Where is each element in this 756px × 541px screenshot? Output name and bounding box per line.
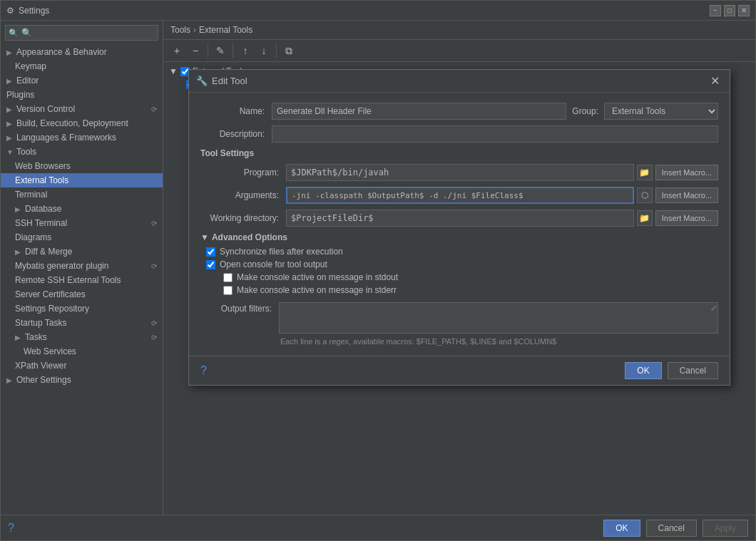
arguments-row: Arguments: ⬡ Insert Macro... bbox=[200, 187, 718, 204]
help-button[interactable]: ? bbox=[8, 522, 14, 535]
dialog-title-bar: 🔧 Edit Tool ✕ bbox=[189, 70, 730, 93]
arguments-insert-macro-button[interactable]: Insert Macro... bbox=[655, 187, 718, 203]
description-label: Description: bbox=[200, 129, 272, 139]
sidebar-item-diff-merge[interactable]: ▶ Diff & Merge bbox=[1, 244, 163, 259]
description-input[interactable] bbox=[272, 125, 718, 143]
sidebar-item-xpath-viewer[interactable]: XPath Viewer bbox=[1, 359, 163, 373]
sidebar-item-appearance[interactable]: ▶ Appearance & Behavior bbox=[1, 45, 163, 59]
sync-files-row: Synchronize files after execution bbox=[200, 247, 718, 257]
dialog-ok-button[interactable]: OK bbox=[625, 362, 661, 379]
name-label: Name: bbox=[200, 106, 272, 116]
sync-icon: ⟳ bbox=[151, 334, 157, 341]
make-active-stderr-row: Make console active on message in stderr bbox=[200, 285, 718, 295]
arrow-icon: ▼ bbox=[6, 148, 14, 156]
arrow-icon: ▶ bbox=[6, 376, 14, 384]
sync-icon: ⟳ bbox=[151, 220, 157, 227]
expand-arrow: ▼ bbox=[169, 66, 178, 76]
program-folder-button[interactable]: 📁 bbox=[637, 165, 653, 180]
output-filters-input[interactable] bbox=[279, 302, 718, 334]
make-active-stdout-checkbox[interactable] bbox=[223, 273, 233, 282]
sidebar-item-web-services[interactable]: Web Services bbox=[1, 344, 163, 359]
sidebar-item-mybatis[interactable]: Mybatis generator plugin ⟳ bbox=[1, 259, 163, 273]
window-icon: ⚙ bbox=[6, 6, 14, 16]
toolbar: + − ✎ ↑ ↓ ⧉ bbox=[163, 40, 755, 62]
sidebar-item-other-settings[interactable]: ▶ Other Settings bbox=[1, 373, 163, 387]
sync-icon: ⟳ bbox=[151, 105, 157, 113]
sidebar-item-keymap[interactable]: Keymap bbox=[1, 59, 163, 73]
sync-files-checkbox[interactable] bbox=[206, 247, 215, 257]
sidebar-item-ssh-terminal[interactable]: SSH Terminal ⟳ bbox=[1, 216, 163, 230]
search-input[interactable] bbox=[5, 25, 158, 41]
sidebar-item-external-tools[interactable]: External Tools bbox=[1, 173, 163, 187]
sidebar-item-diagrams[interactable]: Diagrams bbox=[1, 230, 163, 244]
edit-button[interactable]: ✎ bbox=[213, 43, 228, 58]
dialog-cancel-button[interactable]: Cancel bbox=[668, 362, 718, 379]
copy-button[interactable]: ⧉ bbox=[281, 43, 297, 58]
sidebar-item-plugins[interactable]: Plugins bbox=[1, 88, 163, 102]
open-console-checkbox[interactable] bbox=[206, 260, 215, 269]
search-box[interactable]: 🔍 bbox=[5, 25, 158, 41]
minimize-button[interactable]: − bbox=[710, 5, 721, 16]
sidebar-item-tools[interactable]: ▼ Tools bbox=[1, 145, 163, 159]
move-up-button[interactable]: ↑ bbox=[237, 43, 253, 58]
output-filters-expand-button[interactable]: ⤢ bbox=[710, 304, 717, 313]
make-active-stderr-label: Make console active on message in stderr bbox=[237, 285, 397, 295]
main-ok-button[interactable]: OK bbox=[603, 520, 640, 537]
sidebar-item-tasks[interactable]: ▶ Tasks ⟳ bbox=[1, 330, 163, 344]
group-label: Group: bbox=[572, 106, 598, 116]
working-dir-input[interactable] bbox=[286, 210, 634, 227]
arguments-input[interactable] bbox=[286, 187, 634, 204]
dialog-icon: 🔧 bbox=[196, 76, 208, 86]
arguments-input-wrap: ⬡ Insert Macro... bbox=[286, 187, 718, 204]
sidebar-item-terminal[interactable]: Terminal bbox=[1, 187, 163, 202]
make-active-stdout-label: Make console active on message in stdout bbox=[237, 272, 398, 282]
sidebar-item-remote-ssh[interactable]: Remote SSH External Tools bbox=[1, 273, 163, 287]
sidebar-item-languages[interactable]: ▶ Languages & Frameworks bbox=[1, 130, 163, 145]
sidebar-item-version-control[interactable]: ▶ Version Control ⟳ bbox=[1, 102, 163, 116]
search-icon: 🔍 bbox=[9, 29, 19, 38]
toolbar-separator bbox=[276, 43, 277, 58]
title-bar: ⚙ Settings − □ ✕ bbox=[1, 1, 755, 21]
working-dir-folder-button[interactable]: 📁 bbox=[637, 210, 653, 226]
working-dir-input-wrap: 📁 Insert Macro... bbox=[286, 210, 718, 227]
program-insert-macro-button[interactable]: Insert Macro... bbox=[655, 165, 718, 180]
sidebar-item-build[interactable]: ▶ Build, Execution, Deployment bbox=[1, 116, 163, 130]
group-select[interactable]: External Tools bbox=[604, 103, 718, 120]
sidebar-item-database[interactable]: ▶ Database bbox=[1, 202, 163, 216]
maximize-button[interactable]: □ bbox=[724, 5, 735, 16]
name-group-row: Name: Group: External Tools bbox=[200, 103, 718, 120]
arguments-expand-button[interactable]: ⬡ bbox=[637, 187, 653, 203]
main-apply-button[interactable]: Apply bbox=[703, 520, 748, 537]
sidebar-item-settings-repo[interactable]: Settings Repository bbox=[1, 302, 163, 316]
sidebar-item-web-browsers[interactable]: Web Browsers bbox=[1, 159, 163, 173]
name-input[interactable] bbox=[272, 103, 566, 120]
arguments-label: Arguments: bbox=[200, 190, 286, 200]
move-down-button[interactable]: ↓ bbox=[256, 43, 272, 58]
window-title: Settings bbox=[19, 6, 49, 16]
make-active-stderr-checkbox[interactable] bbox=[223, 286, 233, 295]
sidebar-item-editor[interactable]: ▶ Editor bbox=[1, 73, 163, 88]
dialog-buttons: OK Cancel bbox=[625, 362, 718, 379]
sync-files-label: Synchronize files after execution bbox=[220, 247, 343, 257]
close-button[interactable]: ✕ bbox=[738, 5, 750, 16]
bottom-buttons: OK Cancel Apply bbox=[603, 520, 748, 537]
remove-button[interactable]: − bbox=[188, 43, 203, 58]
add-button[interactable]: + bbox=[169, 43, 185, 58]
advanced-header[interactable]: ▼ Advanced Options bbox=[200, 232, 718, 242]
working-dir-row: Working directory: 📁 Insert Macro... bbox=[200, 210, 718, 227]
sync-icon: ⟳ bbox=[151, 319, 157, 327]
sidebar-item-startup-tasks[interactable]: Startup Tasks ⟳ bbox=[1, 316, 163, 330]
arrow-icon: ▶ bbox=[6, 134, 14, 142]
program-input[interactable] bbox=[286, 164, 634, 181]
output-filters-hint: Each line is a regex, available macros: … bbox=[200, 337, 718, 346]
dialog-help-button[interactable]: ? bbox=[200, 364, 207, 377]
main-cancel-button[interactable]: Cancel bbox=[646, 520, 697, 537]
bottom-bar: ? OK Cancel Apply bbox=[1, 515, 755, 540]
arrow-icon: ▶ bbox=[6, 105, 14, 113]
dialog-title-text: Edit Tool bbox=[212, 76, 247, 86]
working-dir-insert-macro-button[interactable]: Insert Macro... bbox=[655, 210, 718, 226]
make-active-stdout-row: Make console active on message in stdout bbox=[200, 272, 718, 282]
dialog-close-button[interactable]: ✕ bbox=[708, 74, 722, 88]
arrow-icon: ▶ bbox=[6, 48, 14, 56]
sidebar-item-server-certs[interactable]: Server Certificates bbox=[1, 287, 163, 302]
